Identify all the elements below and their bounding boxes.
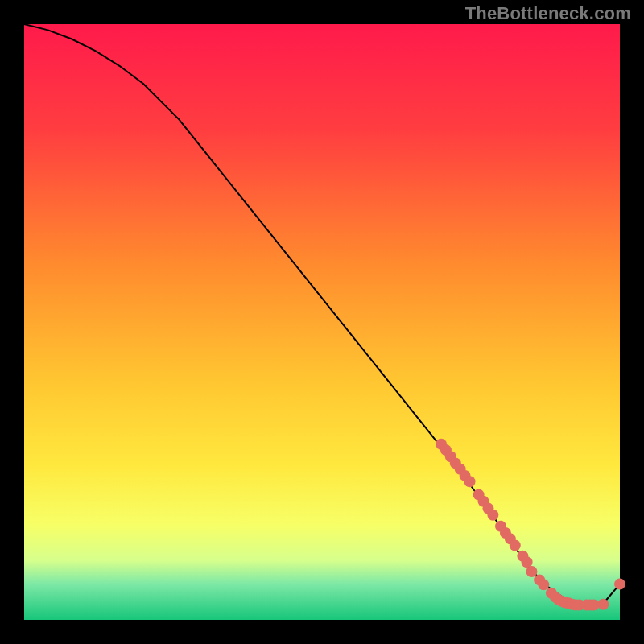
scatter-dot [464,476,476,487]
scatter-dot [487,510,498,521]
chart-stage: TheBottleneck.com [0,0,644,644]
chart-svg [0,0,644,644]
scatter-dot [526,566,537,577]
watermark-text: TheBottleneck.com [465,3,631,24]
scatter-dot [538,579,549,590]
scatter-dot [510,540,521,551]
gradient-background [24,24,620,620]
scatter-dot [522,556,533,568]
scatter-dot [597,599,609,610]
scatter-dot [614,579,625,590]
